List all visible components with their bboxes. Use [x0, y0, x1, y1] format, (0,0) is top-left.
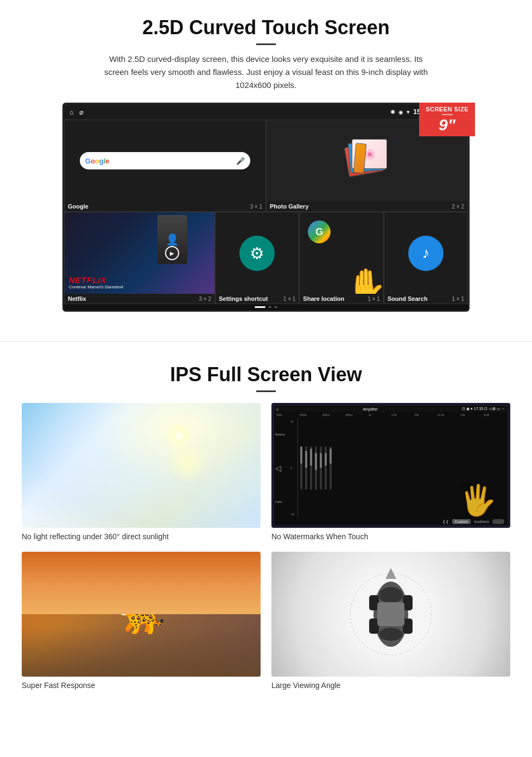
- bluetooth-icon: ✱: [390, 109, 395, 116]
- page-divider: [0, 341, 532, 342]
- photos-app-label: Photo Gallery: [270, 203, 309, 210]
- feature-image-sunlight: [22, 403, 261, 528]
- hand-pointing: 🤚: [345, 266, 383, 294]
- svg-rect-8: [377, 602, 404, 626]
- app-cell-google[interactable]: Google 🎤 Google 3 × 1: [64, 119, 266, 212]
- svg-point-3: [379, 628, 403, 641]
- google-content: Google 🎤: [65, 120, 265, 201]
- netflix-play-btn[interactable]: ▶: [165, 246, 179, 260]
- mic-icon[interactable]: 🎤: [236, 157, 245, 165]
- cheetah-visual: 🐆: [22, 552, 261, 677]
- slider-1-fill: [300, 446, 302, 464]
- db-0: 0: [290, 466, 296, 470]
- settings-label-row: Settings shortcut 1 × 1: [216, 294, 299, 304]
- amp-fader: Fader: [275, 500, 288, 503]
- maps-icon: G: [308, 220, 331, 243]
- amp-back[interactable]: ❮❮: [442, 520, 449, 524]
- slider-3-fill: [310, 449, 312, 466]
- section1-description: With 2.5D curved-display screen, this de…: [98, 53, 434, 92]
- cheetah-sky: [22, 552, 261, 614]
- app-cell-settings[interactable]: ⚙ Settings shortcut 1 × 1: [215, 212, 299, 304]
- status-bar-left: ⌂ ⌀: [69, 108, 84, 116]
- slider-1[interactable]: [300, 446, 302, 490]
- settings-app-size: 1 × 1: [283, 296, 296, 302]
- amp-freq-row: 60hz 100hz 200hz 500hz 1k 2.5k 10k 12.5k…: [274, 412, 508, 418]
- photos-app-size: 2 × 2: [452, 204, 464, 210]
- badge-size: 9": [426, 117, 468, 133]
- app-cell-netflix[interactable]: 👤 ▶ NETFLIX Continue Marvel's Daredevil …: [64, 212, 215, 304]
- slider-3[interactable]: [310, 446, 312, 490]
- feature-caption-sunlight: No light reflecting under 360° direct su…: [22, 532, 261, 541]
- photos-label-row: Photo Gallery 2 × 2: [267, 201, 467, 211]
- section-ips: IPS Full Screen View No light reflecting…: [0, 358, 532, 706]
- feature-caption-amplifier: No Watermarks When Touch: [271, 532, 510, 541]
- netflix-logo: NETFLIX: [69, 275, 107, 285]
- google-app-size: 3 × 1: [250, 204, 262, 210]
- app-cell-sound[interactable]: ♪ Sound Search 1 × 1: [384, 212, 468, 304]
- sound-content: ♪: [384, 212, 467, 294]
- feature-image-amplifier: ⌂ Amplifier ⊡ ◉ ▾ 17:33 ⊡ ◁ ⊠ ▭ ← 60hz 1…: [271, 403, 510, 528]
- device-screen: ⌂ ⌀ ✱ ◉ ▾ 15:06 ⊡ ◁ ⊠ ▭: [62, 103, 470, 312]
- settings-icon: ⚙: [239, 236, 275, 271]
- amp-custom-btn[interactable]: Custom: [452, 519, 471, 524]
- google-search-bar[interactable]: Google 🎤: [80, 152, 251, 169]
- sound-app-size: 1 × 1: [452, 296, 464, 302]
- amp-balance: Balance: [275, 433, 288, 436]
- settings-app-label: Settings shortcut: [219, 295, 268, 302]
- google-label-row: Google 3 × 1: [65, 201, 265, 211]
- nav-dot-1: [268, 306, 271, 308]
- app-row-2: 👤 ▶ NETFLIX Continue Marvel's Daredevil …: [64, 212, 468, 304]
- badge-label: Screen Size: [426, 106, 468, 112]
- sun-center: [165, 422, 192, 449]
- settings-content: ⚙: [216, 212, 299, 294]
- status-bar: ⌂ ⌀ ✱ ◉ ▾ 15:06 ⊡ ◁ ⊠ ▭: [64, 104, 468, 119]
- title-divider: [256, 43, 276, 45]
- netflix-bg: 👤 ▶ NETFLIX Continue Marvel's Daredevil: [65, 212, 214, 294]
- google-logo: Google: [85, 157, 110, 165]
- slider-4[interactable]: [315, 446, 317, 490]
- slider-2-fill: [305, 451, 307, 468]
- slider-6[interactable]: [325, 446, 327, 490]
- location-icon: ◉: [398, 109, 403, 115]
- amp-speaker: ◁: [275, 464, 288, 472]
- home-icon[interactable]: ⌂: [69, 108, 74, 116]
- badge-divider: [442, 114, 453, 115]
- feature-image-car: [271, 552, 510, 677]
- app-row-1: Google 🎤 Google 3 × 1: [64, 119, 468, 212]
- slider-7[interactable]: [330, 446, 332, 490]
- section-curved-touch: 2.5D Curved Touch Screen With 2.5D curve…: [0, 0, 532, 325]
- loudness-toggle[interactable]: [492, 519, 504, 524]
- maps-app-size: 1 × 1: [368, 296, 380, 302]
- maps-label-row: Share location 1 × 1: [300, 294, 383, 304]
- netflix-content: 👤 ▶ NETFLIX Continue Marvel's Daredevil: [65, 212, 214, 294]
- slider-5[interactable]: [320, 446, 322, 490]
- db-minus10: -10: [290, 513, 296, 516]
- amp-title: Amplifier: [363, 407, 377, 411]
- feature-caption-car: Large Viewing Angle: [271, 681, 510, 690]
- slider-group: [300, 446, 332, 490]
- feature-amplifier: ⌂ Amplifier ⊡ ◉ ▾ 17:33 ⊡ ◁ ⊠ ▭ ← 60hz 1…: [271, 403, 510, 541]
- amp-icons: ⊡ ◉ ▾ 17:33 ⊡ ◁ ⊠ ▭ ←: [462, 407, 505, 411]
- slider-7-fill: [330, 449, 332, 464]
- amplifier-visual: ⌂ Amplifier ⊡ ◉ ▾ 17:33 ⊡ ◁ ⊠ ▭ ← 60hz 1…: [271, 403, 510, 528]
- photo-stack: 🌸: [345, 139, 389, 182]
- sun-glow: [22, 403, 261, 528]
- nav-dot-active: [255, 306, 265, 308]
- amp-loudness-label: loudness: [474, 520, 489, 523]
- feature-grid: No light reflecting under 360° direct su…: [22, 403, 510, 690]
- sound-app-label: Sound Search: [388, 295, 428, 302]
- nav-dots: [64, 304, 468, 310]
- feature-sunlight: No light reflecting under 360° direct su…: [22, 403, 261, 541]
- usb-icon: ⌀: [79, 108, 84, 116]
- maps-content: G 🤚: [300, 212, 383, 294]
- app-cell-maps[interactable]: G 🤚 Share location 1 × 1: [299, 212, 383, 304]
- feature-cheetah: 🐆 Super Fast Response: [22, 552, 261, 690]
- netflix-subtitle: Continue Marvel's Daredevil: [69, 285, 123, 289]
- section2-title: IPS Full Screen View: [22, 363, 510, 386]
- car-visual: [271, 552, 510, 677]
- feature-image-cheetah: 🐆: [22, 552, 261, 677]
- slider-2[interactable]: [305, 446, 307, 490]
- sound-label-row: Sound Search 1 × 1: [384, 294, 467, 304]
- feature-car: Large Viewing Angle: [271, 552, 510, 690]
- slider-4-fill: [315, 453, 317, 470]
